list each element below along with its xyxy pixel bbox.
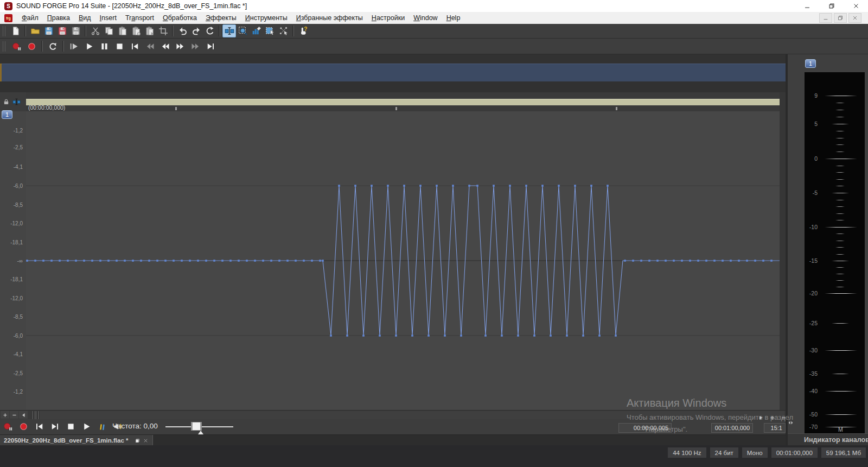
copy-icon[interactable] — [102, 24, 116, 37]
tab-close-icon[interactable] — [143, 438, 149, 444]
go-to-start-button[interactable] — [34, 421, 44, 432]
menu-tools[interactable]: Инструменты — [241, 12, 292, 24]
ruler-corner — [0, 92, 26, 111]
time-ruler[interactable]: (00:00:00,000) — [26, 92, 780, 111]
meter-tick — [825, 227, 857, 228]
undo-icon[interactable] — [176, 24, 189, 37]
doc-close-button[interactable] — [848, 13, 861, 23]
horizontal-scrollbar[interactable] — [0, 410, 786, 419]
restore-button[interactable] — [819, 0, 844, 12]
scrub-slider-thumb[interactable] — [191, 422, 202, 431]
paste-special-icon[interactable] — [129, 24, 143, 37]
scrollbar-track[interactable] — [40, 411, 784, 419]
save-icon[interactable] — [42, 24, 55, 37]
zoom-in-button[interactable] — [1, 411, 9, 419]
new-file-icon[interactable] — [9, 24, 22, 37]
meter-tick — [832, 261, 849, 261]
record-prepare-button[interactable] — [2, 421, 13, 432]
cut-icon[interactable] — [88, 24, 102, 37]
play-all-icon[interactable] — [66, 39, 81, 53]
go-to-start-icon[interactable] — [127, 39, 142, 53]
meter-tick — [825, 96, 857, 96]
pause-icon[interactable] — [97, 39, 112, 53]
play-cursor-button[interactable] — [757, 414, 764, 421]
rewind-fast-icon[interactable] — [142, 39, 157, 53]
menu-options[interactable]: Настройки — [367, 12, 409, 24]
document-tab-title: 22050Hz_200Hz_8dB_over_FS_1min.flac * — [4, 437, 129, 444]
bit-depth-status: 24 бит — [710, 447, 738, 458]
event-tool-icon[interactable] — [277, 24, 290, 37]
db-scale-label: -12,0 — [10, 295, 23, 301]
magnify-tool-icon[interactable] — [236, 24, 250, 37]
zoom-out-time-button[interactable] — [780, 414, 787, 421]
zoom-ratio-field[interactable]: 15:1 — [764, 423, 786, 433]
menu-insert[interactable]: Insert — [95, 12, 121, 24]
repeat-icon[interactable] — [203, 24, 216, 37]
menu-help[interactable]: Help — [442, 12, 465, 24]
scrollbar-grip[interactable] — [33, 411, 39, 419]
menu-window[interactable]: Window — [409, 12, 442, 24]
forward-icon[interactable] — [173, 39, 188, 53]
toolbar-grip[interactable] — [3, 26, 5, 36]
menu-favorite-effects[interactable]: Избранные эффекты — [292, 12, 367, 24]
redo-icon[interactable] — [189, 24, 203, 37]
selection-length-field[interactable]: 00:01:00,000 — [711, 423, 753, 433]
toolbar-grip[interactable] — [3, 41, 5, 52]
record-icon[interactable] — [24, 39, 39, 53]
meter-tick — [832, 374, 849, 374]
loop-playback-icon[interactable] — [45, 39, 60, 53]
tab-restore-icon[interactable] — [135, 438, 141, 444]
close-button[interactable] — [844, 0, 868, 12]
play-icon[interactable] — [81, 39, 97, 53]
context-help-icon[interactable]: ? — [296, 24, 310, 37]
menu-file[interactable]: Файл — [17, 12, 43, 24]
meter-scale-label: -50 — [805, 411, 818, 418]
wave-right-gutter — [780, 92, 786, 410]
play-button[interactable] — [81, 421, 92, 432]
paste-icon[interactable] — [116, 24, 129, 37]
open-file-icon[interactable] — [28, 24, 42, 37]
save-all-icon[interactable] — [69, 24, 82, 37]
menu-edit[interactable]: Правка — [43, 12, 74, 24]
stop-button[interactable] — [65, 421, 76, 432]
meter-minor-tick — [835, 234, 845, 234]
level-meter[interactable]: M 950-5-10-15-20-25-30-35-40-50-70 — [805, 72, 865, 433]
toolbar-separator — [219, 26, 220, 36]
insert-marker-button[interactable] — [97, 421, 107, 432]
record-prepare-icon[interactable] — [9, 39, 24, 53]
paste-play-icon[interactable] — [143, 24, 156, 37]
menu-process[interactable]: Обработка — [158, 12, 201, 24]
stop-icon[interactable] — [112, 39, 127, 53]
doc-minimize-button[interactable] — [819, 13, 832, 23]
pane-splitter-icon[interactable] — [788, 418, 794, 428]
document-app-icon[interactable]: frg — [4, 14, 12, 22]
menu-view[interactable]: Вид — [74, 12, 95, 24]
edit-tool-icon[interactable] — [222, 24, 236, 37]
zoom-in-time-button[interactable] — [769, 414, 776, 421]
zoom-out-button[interactable] — [10, 411, 18, 419]
save-as-icon[interactable] — [55, 24, 69, 37]
record-button[interactable] — [18, 421, 29, 432]
cursor-position-field[interactable]: 00:00:00,005 — [618, 423, 672, 433]
menu-effects[interactable]: Эффекты — [201, 12, 241, 24]
lock-icon[interactable] — [3, 98, 10, 105]
menu-transport[interactable]: Transport — [121, 12, 158, 24]
trim-crop-icon[interactable] — [156, 24, 170, 37]
edit-tool-mini-icon[interactable] — [12, 98, 21, 106]
go-to-end-icon[interactable] — [203, 39, 218, 53]
scroll-left-button[interactable] — [19, 411, 28, 419]
selection-tool-icon[interactable] — [263, 24, 277, 37]
go-to-end-button[interactable] — [49, 421, 60, 432]
minimize-button[interactable] — [795, 0, 819, 12]
document-tab[interactable]: 22050Hz_200Hz_8dB_over_FS_1min.flac * — [0, 435, 153, 446]
waveform-display[interactable] — [26, 111, 780, 410]
scrub-slider[interactable] — [165, 419, 233, 434]
db-scale-label: -12,0 — [10, 220, 23, 226]
draw-tool-icon[interactable] — [250, 24, 263, 37]
forward-fast-icon[interactable] — [188, 39, 203, 53]
doc-restore-button[interactable] — [834, 13, 847, 23]
overview-bar[interactable] — [26, 99, 780, 105]
window-title: SOUND FORGE Pro 14 Suite - [22050Hz_200H… — [16, 2, 247, 10]
meter-panel-title: Индикатор каналов — [804, 436, 868, 444]
rewind-icon[interactable] — [157, 39, 173, 53]
